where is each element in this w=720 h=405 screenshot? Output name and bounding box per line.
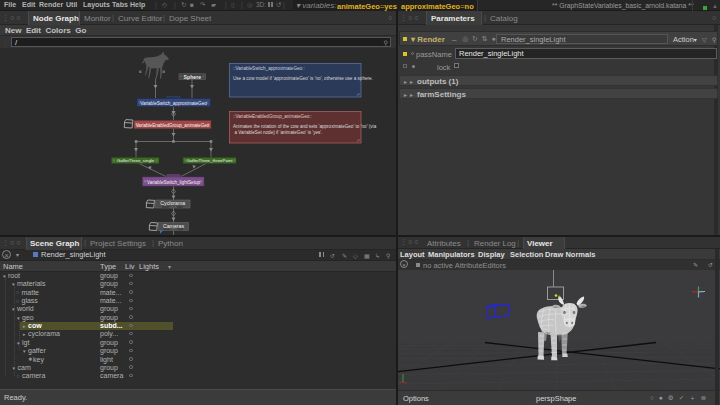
svg-text:a VariableSet node) if 'animat: a VariableSet node) if 'animateGeo' is '… [235, 130, 323, 135]
svg-text:cams: cams [169, 227, 177, 231]
svg-text:Use a cow model if 'approximat: Use a cow model if 'approximateGeo' is '… [233, 76, 373, 81]
svg-text:::VariableSwitch_approximateGe: ::VariableSwitch_approximateGeo:: [233, 66, 305, 71]
svg-text:cyclo: cyclo [169, 205, 177, 209]
svg-text:::VariableEnabledGroup_animate: ::VariableEnabledGroup_animateGeo:: [233, 114, 312, 119]
svg-text:Sphere: Sphere [184, 74, 202, 80]
svg-text:GafferThree_single: GafferThree_single [117, 158, 155, 163]
svg-text:VariableSwitch_lightSetup: VariableSwitch_lightSetup [147, 180, 200, 185]
svg-text:VariableSwitch_approximateGeo: VariableSwitch_approximateGeo [140, 101, 207, 106]
svg-text:Animates the rotation of the c: Animates the rotation of the cow and set… [233, 124, 377, 129]
svg-text:VariableEnabledGroup_animateGe: VariableEnabledGroup_animateGeo [136, 123, 210, 128]
svg-text:GafferThree_threePoint: GafferThree_threePoint [186, 158, 233, 163]
